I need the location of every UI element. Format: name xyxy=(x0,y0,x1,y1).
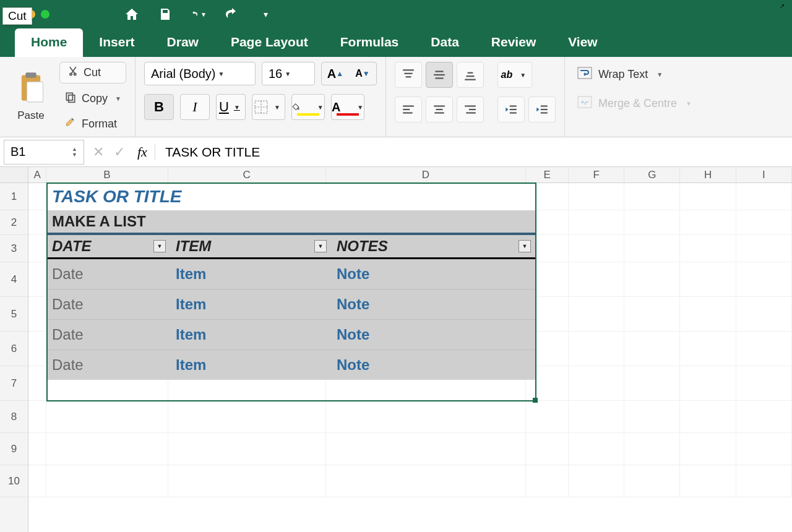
tab-draw[interactable]: Draw xyxy=(151,28,215,57)
name-box[interactable]: B1 ▲▼ xyxy=(4,140,84,165)
col-header[interactable]: A xyxy=(28,167,46,182)
accept-formula-button[interactable]: ✓ xyxy=(109,144,130,160)
copy-label: Copy xyxy=(82,92,108,105)
format-painter-button[interactable]: Format xyxy=(59,114,126,134)
row-header[interactable]: 1 xyxy=(0,183,28,210)
increase-indent-button[interactable] xyxy=(528,97,556,122)
merge-icon xyxy=(577,96,592,111)
column-header-item[interactable]: ITEM▼ xyxy=(171,235,332,257)
wrap-text-button[interactable]: Wrap Text▼ xyxy=(574,64,695,85)
row-header[interactable]: 5 xyxy=(0,297,28,332)
svg-rect-3 xyxy=(66,93,72,100)
table-row[interactable]: DateItemNote xyxy=(47,320,536,350)
worksheet[interactable]: TASK OR TITLE MAKE A LIST DATE▼ ITEM▼ NO… xyxy=(28,183,792,497)
tooltip-cut: Cut xyxy=(2,7,32,25)
col-header[interactable]: D xyxy=(326,167,527,182)
merge-centre-label: Merge & Centre xyxy=(598,97,677,110)
copy-icon xyxy=(64,91,77,106)
filter-icon[interactable]: ▼ xyxy=(519,240,531,252)
row-header[interactable]: 8 xyxy=(0,401,28,433)
borders-icon xyxy=(254,100,268,114)
tab-data[interactable]: Data xyxy=(415,28,475,57)
save-icon[interactable] xyxy=(157,6,173,22)
cut-button[interactable]: Cut xyxy=(59,62,126,84)
row-header[interactable]: 4 xyxy=(0,262,28,297)
paint-bucket-icon xyxy=(292,101,301,113)
borders-button[interactable]: ▼ xyxy=(252,94,285,120)
col-header[interactable]: I xyxy=(736,167,792,182)
table-row[interactable]: DateItemNote xyxy=(47,259,536,290)
name-box-value: B1 xyxy=(11,145,25,159)
italic-button[interactable]: I xyxy=(180,94,210,120)
font-color-icon: A xyxy=(332,100,340,114)
paintbrush-icon xyxy=(64,116,77,132)
redo-icon[interactable] xyxy=(224,6,240,22)
tab-view[interactable]: View xyxy=(552,28,613,57)
align-top-button[interactable] xyxy=(395,62,422,88)
align-center-button[interactable] xyxy=(426,97,453,122)
row-header[interactable]: 10 xyxy=(0,465,28,497)
bold-button[interactable]: B xyxy=(144,94,174,120)
decrease-font-button[interactable]: A▼ xyxy=(349,62,376,85)
table-row[interactable]: DateItemNote xyxy=(47,350,536,380)
col-header[interactable]: G xyxy=(624,167,680,182)
tab-review[interactable]: Review xyxy=(475,28,552,57)
cancel-formula-button[interactable]: ✕ xyxy=(88,144,109,160)
filter-icon[interactable]: ▼ xyxy=(314,240,327,252)
col-header[interactable]: B xyxy=(46,167,168,182)
tab-page-layout[interactable]: Page Layout xyxy=(215,28,324,57)
maximize-window-icon[interactable] xyxy=(41,10,50,19)
align-bottom-button[interactable] xyxy=(457,62,484,88)
svg-rect-33 xyxy=(578,97,592,108)
fill-color-button[interactable]: ▼ xyxy=(291,94,325,120)
merge-centre-button: Merge & Centre▼ xyxy=(574,93,695,114)
copy-button[interactable]: Copy▼ xyxy=(59,88,126,109)
decrease-indent-button[interactable] xyxy=(497,97,525,122)
svg-rect-2 xyxy=(27,82,43,102)
undo-icon[interactable]: ▼ xyxy=(191,6,207,22)
row-header[interactable]: 9 xyxy=(0,433,28,465)
font-size-select[interactable]: 16▼ xyxy=(262,62,315,85)
increase-font-button[interactable]: A▲ xyxy=(322,62,349,85)
font-name-select[interactable]: Arial (Body)▼ xyxy=(144,62,256,85)
align-middle-button[interactable] xyxy=(426,62,453,88)
underline-button[interactable]: U▼ xyxy=(216,94,246,120)
formula-input[interactable]: TASK OR TITLE xyxy=(165,145,260,160)
scissors-icon xyxy=(66,65,79,80)
tab-formulas[interactable]: Formulas xyxy=(324,28,415,57)
table-area: TASK OR TITLE MAKE A LIST DATE▼ ITEM▼ NO… xyxy=(47,183,536,380)
select-all-corner[interactable] xyxy=(0,167,28,183)
align-left-button[interactable] xyxy=(395,97,422,122)
font-color-button[interactable]: A ▼ xyxy=(331,94,364,120)
orientation-button[interactable]: ab↗▼ xyxy=(497,62,532,88)
wrap-text-label: Wrap Text xyxy=(598,68,648,81)
table-row[interactable]: DateItemNote xyxy=(47,290,536,320)
svg-rect-4 xyxy=(69,95,75,103)
filter-icon[interactable]: ▼ xyxy=(153,240,166,252)
tab-insert[interactable]: Insert xyxy=(83,28,150,57)
col-header[interactable]: F xyxy=(569,167,624,182)
wrap-text-icon xyxy=(577,67,592,82)
cut-label: Cut xyxy=(84,66,101,79)
row-header[interactable]: 3 xyxy=(0,235,28,262)
table-title[interactable]: TASK OR TITLE xyxy=(47,183,536,210)
col-header[interactable]: C xyxy=(168,167,326,182)
align-right-button[interactable] xyxy=(457,97,484,122)
tab-home[interactable]: Home xyxy=(15,28,83,57)
row-header[interactable]: 2 xyxy=(0,210,28,235)
svg-rect-1 xyxy=(25,72,36,78)
paste-button[interactable]: Paste xyxy=(9,62,53,131)
font-name-value: Arial (Body) xyxy=(151,67,215,81)
font-size-value: 16 xyxy=(269,67,282,81)
table-subtitle[interactable]: MAKE A LIST xyxy=(47,210,536,235)
row-header[interactable]: 7 xyxy=(0,366,28,401)
col-header[interactable]: E xyxy=(526,167,569,182)
column-header-date[interactable]: DATE▼ xyxy=(47,235,171,257)
customize-qat-icon[interactable]: ▾ xyxy=(257,6,273,22)
fx-icon[interactable]: fx xyxy=(130,144,155,160)
row-header[interactable]: 6 xyxy=(0,332,28,366)
column-header-notes[interactable]: NOTES▼ xyxy=(332,235,536,257)
col-header[interactable]: H xyxy=(680,167,736,182)
home-icon[interactable] xyxy=(124,6,140,22)
format-label: Format xyxy=(82,118,117,131)
